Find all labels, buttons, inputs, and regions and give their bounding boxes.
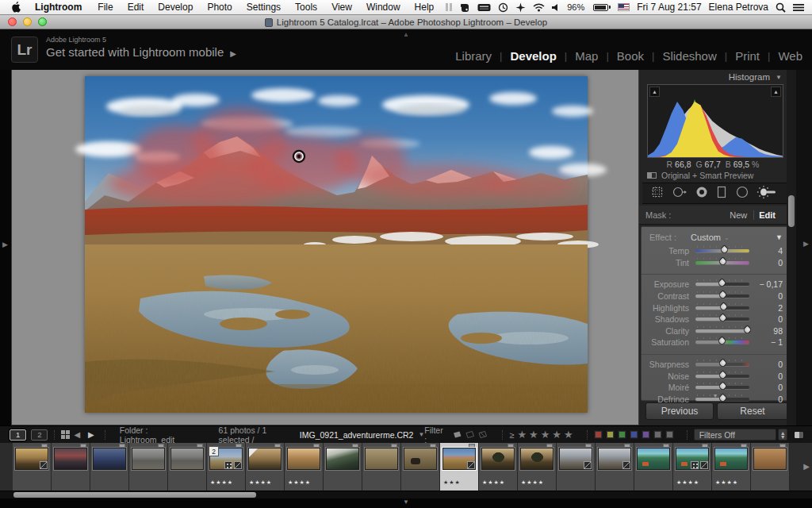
evernote-icon[interactable] <box>460 2 470 13</box>
filters-enable-switch[interactable] <box>794 431 804 439</box>
menubar-item-settings[interactable]: Settings <box>239 2 288 13</box>
filmstrip-thumbnail-16[interactable] <box>596 443 634 491</box>
menubar-item-tools[interactable]: Tools <box>288 2 324 13</box>
slider-tint[interactable] <box>695 259 749 267</box>
color-label-filter-6[interactable] <box>665 430 674 439</box>
thumbnail-image-fjord[interactable] <box>326 448 359 470</box>
filmstrip-thumbnail-1[interactable] <box>13 443 52 491</box>
module-tab-slideshow[interactable]: Slideshow <box>662 49 716 63</box>
selected-filename[interactable]: IMG_0921_adventurerme.CR2 <box>300 430 414 440</box>
thumbnail-image-lake-camp[interactable] <box>676 448 709 470</box>
main-window-button[interactable]: 1 <box>10 429 26 441</box>
rating-star-filter[interactable]: ★★★★★ <box>517 429 575 441</box>
color-label-filter-2[interactable] <box>618 430 626 439</box>
volume-icon[interactable] <box>552 3 560 12</box>
slider-track[interactable] <box>695 329 749 333</box>
go-back-arrow[interactable]: ◀ <box>74 430 80 439</box>
thumbnail-image-city-dusk[interactable] <box>93 448 126 470</box>
module-tab-print[interactable]: Print <box>735 49 760 63</box>
left-panel-reveal-arrow[interactable]: ▶ <box>2 241 8 248</box>
thumbnail-image-road[interactable] <box>132 448 165 470</box>
thumbnail-image-misty-valley[interactable] <box>598 448 631 470</box>
thumbnail-image-cow-field[interactable] <box>404 448 437 470</box>
thumbnail-image-main-photo[interactable] <box>442 448 476 470</box>
menubar-item-view[interactable]: View <box>324 2 359 13</box>
filmstrip-thumbnail-9[interactable] <box>324 443 362 491</box>
filmstrip-thumbnail-20[interactable] <box>751 443 790 491</box>
slider-moiré[interactable] <box>695 383 749 391</box>
previous-button[interactable]: Previous <box>645 402 714 420</box>
slider-noise[interactable] <box>695 372 749 380</box>
filmstrip-scrollbar-thumb[interactable] <box>13 492 256 498</box>
filmstrip-thumbnail-17[interactable] <box>634 443 673 491</box>
location-icon[interactable] <box>515 2 526 13</box>
menubar-item-help[interactable]: Help <box>408 2 442 13</box>
filmstrip-thumbnail-6[interactable]: 2★★★★ <box>207 443 246 491</box>
menubar-item-window[interactable]: Window <box>359 2 408 13</box>
grid-view-icon[interactable] <box>61 430 70 439</box>
notification-list-icon[interactable] <box>793 3 804 12</box>
slider-highlights[interactable] <box>695 304 749 312</box>
thumbnail-image-lake-camp[interactable] <box>714 448 748 470</box>
battery-icon[interactable] <box>592 4 611 11</box>
filmstrip-thumbnail-7[interactable]: ★★★★ <box>246 443 285 491</box>
dropdown-stepper-icon[interactable]: ▲▼ <box>778 429 788 441</box>
thumbnail-image-tree-sunset[interactable] <box>481 448 515 470</box>
radial-filter-icon[interactable] <box>736 186 749 202</box>
menubar-item-edit[interactable]: Edit <box>121 2 151 13</box>
folder-breadcrumb[interactable]: Folder : Lightroom_edit <box>120 425 198 444</box>
color-label-filter-3[interactable] <box>630 430 638 439</box>
search-icon[interactable] <box>776 2 786 13</box>
filmstrip-thumbnail-14[interactable]: ★★★★ <box>518 443 557 491</box>
slider-contrast[interactable] <box>695 292 749 300</box>
thumbnail-image-coast[interactable] <box>248 448 282 470</box>
menubar-item-file[interactable]: File <box>90 2 120 13</box>
filmstrip-thumbnail-4[interactable] <box>129 443 168 491</box>
mask-new-button[interactable]: New <box>723 210 753 220</box>
thumbnail-image-misty-valley[interactable] <box>559 448 592 470</box>
filmstrip-thumbnail-10[interactable] <box>362 443 401 491</box>
filmstrip-thumbnail-8[interactable]: ★★★★ <box>285 443 324 491</box>
filmstrip-thumbnail-5[interactable] <box>168 443 207 491</box>
columns-icon[interactable] <box>445 2 453 12</box>
module-tab-map[interactable]: Map <box>575 49 598 63</box>
slider-exposure[interactable] <box>695 280 749 288</box>
go-forward-arrow[interactable]: ▶ <box>88 430 94 439</box>
bottom-panel-collapse-arrow[interactable]: ▼ <box>0 498 812 506</box>
thumbnail-image-lake-camp[interactable] <box>637 448 670 470</box>
color-label-filter-4[interactable] <box>642 430 650 439</box>
histogram-chart[interactable]: ▲ ▲ <box>647 84 783 158</box>
menubar-item-lightroom[interactable]: Lightroom <box>26 2 90 13</box>
mask-edit-button[interactable]: Edit <box>754 210 780 220</box>
filename-dropdown-arrow[interactable]: ▼ <box>418 431 424 438</box>
clock-icon[interactable] <box>498 2 508 13</box>
menubar-item-photo[interactable]: Photo <box>200 2 239 13</box>
filmstrip-thumbnail-11[interactable] <box>401 443 440 491</box>
thumbnail-image-sunset-mountain[interactable] <box>15 448 48 470</box>
adjustment-brush-icon[interactable] <box>757 186 778 202</box>
wifi-icon[interactable] <box>533 3 545 12</box>
keyboard-icon[interactable] <box>477 3 491 12</box>
highlight-clipping-toggle[interactable]: ▲ <box>771 87 781 97</box>
second-window-button[interactable]: 2 <box>31 429 48 441</box>
slider-shadows[interactable] <box>695 315 749 323</box>
thumbnail-image-plain[interactable] <box>365 448 398 470</box>
crop-icon[interactable] <box>651 186 664 202</box>
filmstrip-thumbnail-13[interactable]: ★★★★ <box>479 443 518 491</box>
thumbnail-image-sky-plain[interactable]: 2 <box>209 448 243 470</box>
filmstrip-scroll-right-arrow[interactable]: ▶ <box>803 462 810 471</box>
lightroom-mobile-promo[interactable]: Get started with Lightroom mobile▶ <box>46 45 236 59</box>
color-label-filter-5[interactable] <box>653 430 662 439</box>
filmstrip-thumbnail-3[interactable] <box>90 443 129 491</box>
pick-flag-icon[interactable] <box>453 431 462 439</box>
filmstrip-thumbnail-18[interactable]: ★★★★ <box>673 443 712 491</box>
slider-saturation[interactable] <box>695 338 749 346</box>
reject-flag-icon[interactable] <box>478 431 488 439</box>
color-label-filter-0[interactable] <box>594 430 603 439</box>
slider-sharpness[interactable] <box>695 360 749 368</box>
histogram-panel-header[interactable]: Histogram ▼ <box>639 70 787 84</box>
reset-button[interactable]: Reset <box>717 402 788 420</box>
thumbnail-image-dune[interactable] <box>753 448 787 470</box>
window-titlebar[interactable]: Lightroom 5 Catalog.lrcat – Adobe Photos… <box>0 15 812 29</box>
effect-collapse-arrow[interactable]: ▼ <box>776 233 783 241</box>
